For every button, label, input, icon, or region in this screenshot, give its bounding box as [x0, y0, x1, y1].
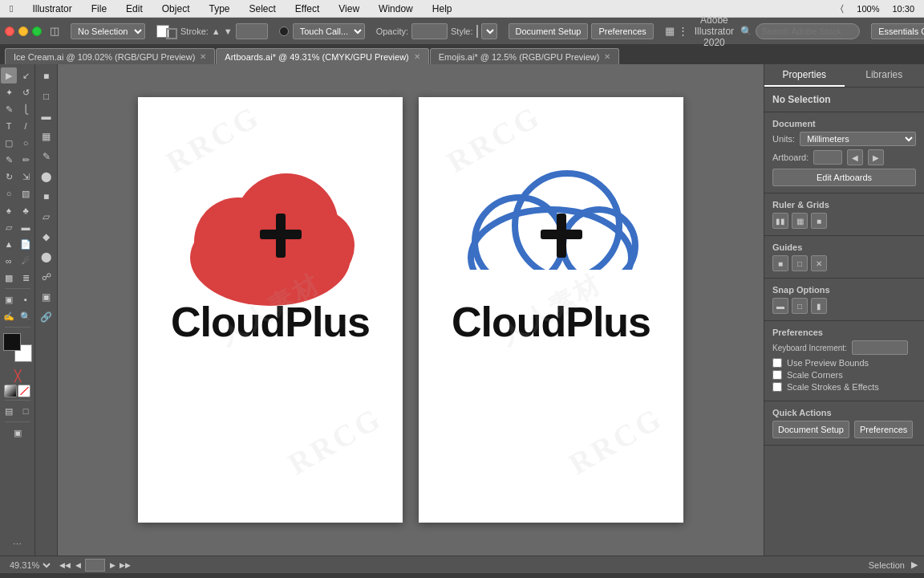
brushes-panel-icon[interactable]: ✎	[38, 148, 55, 165]
fullscreen-window-btn[interactable]	[32, 26, 42, 36]
none-swatch[interactable]: ╳	[10, 368, 26, 384]
line-tool[interactable]: /	[18, 118, 34, 134]
show-rulers-icon[interactable]: ▮▮	[772, 213, 788, 229]
shape-builder-tool[interactable]: ♠	[1, 202, 17, 218]
quick-preferences-btn[interactable]: Preferences	[854, 421, 913, 438]
first-artboard-btn[interactable]: ◀◀	[59, 560, 71, 571]
status-arrow-icon[interactable]: ▶	[911, 560, 918, 570]
swatches-panel-icon[interactable]: ▦	[38, 128, 55, 145]
cloud-outline-svg[interactable]	[455, 145, 647, 306]
pathfinder-icon[interactable]: ◆	[38, 228, 55, 246]
appearance-icon[interactable]: ⬤	[38, 248, 55, 266]
stroke-up-icon[interactable]: ▲	[212, 26, 221, 36]
menu-view[interactable]: View	[335, 3, 363, 14]
transform-panel-icon[interactable]: ▱	[38, 208, 55, 226]
direct-selection-tool[interactable]: ↙	[18, 67, 34, 83]
artboard-prev-icon[interactable]: ◀	[847, 149, 863, 165]
tab-ice-cream[interactable]: Ice Cream.ai @ 109.02% (RGB/GPU Preview)…	[5, 48, 215, 64]
tab-close-ice-cream[interactable]: ✕	[200, 52, 206, 61]
column-graph-tool[interactable]: ▩	[1, 270, 17, 286]
tab-emojis[interactable]: Emojis.ai* @ 12.5% (RGB/GPU Preview) ✕	[430, 48, 620, 64]
selection-mode-select[interactable]: No Selection	[71, 23, 145, 39]
perspective-grid-tool[interactable]: ▱	[1, 219, 17, 235]
tab-close-artboards[interactable]: ✕	[414, 52, 420, 61]
more-tools-btn[interactable]: ⋯	[10, 536, 26, 552]
mesh-tool[interactable]: ▬	[18, 219, 34, 235]
style-select[interactable]	[481, 23, 497, 39]
workspace-select[interactable]: Essentials Classic	[871, 23, 924, 39]
pen-tool[interactable]: ✎	[1, 101, 17, 117]
gradient-swatch[interactable]	[4, 385, 17, 397]
touch-callout-select[interactable]: Touch Call...	[293, 23, 365, 39]
artboard-number-status[interactable]: 1	[85, 559, 105, 572]
units-select[interactable]: Millimeters	[800, 132, 916, 146]
distribute-icon[interactable]: ⋮	[678, 22, 688, 40]
pencil-tool[interactable]: ✏	[18, 152, 34, 168]
menu-help[interactable]: Help	[429, 3, 456, 14]
selection-tool[interactable]: ▶	[1, 67, 17, 83]
scale-tool[interactable]: ⇲	[18, 169, 34, 185]
menu-type[interactable]: Type	[205, 3, 233, 14]
snap-to-glyph-icon[interactable]: ▮	[811, 298, 827, 314]
menu-edit[interactable]: Edit	[123, 3, 146, 14]
artboard-number-input[interactable]: 1	[813, 150, 842, 165]
magic-wand-tool[interactable]: ✦	[1, 84, 17, 100]
arrange-views-btn[interactable]: ◫	[50, 22, 59, 40]
menu-object[interactable]: Object	[159, 3, 193, 14]
blend-tool[interactable]: ∞	[1, 253, 17, 269]
eyedropper-tool[interactable]: 📄	[18, 236, 34, 252]
align-panel-icon[interactable]: ■	[38, 188, 55, 206]
curvature-tool[interactable]: ⎩	[18, 101, 34, 117]
stroke-swatch[interactable]	[166, 28, 177, 39]
text-tool[interactable]: T	[1, 118, 17, 134]
free-transform-tool[interactable]: ▧	[18, 185, 34, 201]
bar-graph-tool[interactable]: ≣	[18, 270, 34, 286]
menu-effect[interactable]: Effect	[292, 3, 322, 14]
scale-corners-checkbox[interactable]	[772, 370, 782, 380]
snap-to-grid-icon[interactable]: ▬	[772, 298, 788, 314]
stroke-value-input[interactable]	[236, 23, 268, 39]
slice-tool[interactable]: ▪	[18, 291, 34, 307]
release-guides-icon[interactable]: □	[792, 255, 808, 271]
close-window-btn[interactable]	[5, 26, 14, 36]
hand-tool[interactable]: ✍	[1, 308, 17, 324]
prev-artboard-btn[interactable]: ◀	[72, 560, 83, 571]
search-stock-input[interactable]	[756, 23, 860, 39]
foreground-swatch[interactable]	[3, 333, 21, 351]
layers-icon[interactable]: ☍	[38, 268, 55, 286]
artboard-next-icon[interactable]: ▶	[868, 149, 884, 165]
gradient-tool[interactable]: ▲	[1, 236, 17, 252]
keyboard-increment-input[interactable]: 0.3528 mr	[852, 340, 908, 355]
quick-document-setup-btn[interactable]: Document Setup	[772, 421, 849, 438]
lasso-tool[interactable]: ↺	[18, 84, 34, 100]
arrange-icon[interactable]: ▦	[665, 22, 675, 40]
clear-guides-icon[interactable]: ✕	[811, 255, 827, 271]
symbol-sprayer-tool[interactable]: ☄	[18, 253, 34, 269]
warp-tool[interactable]: ○	[1, 185, 17, 201]
scale-strokes-effects-checkbox[interactable]	[772, 382, 782, 392]
fill-stroke-icon[interactable]	[156, 23, 177, 39]
apple-menu[interactable]: 	[6, 3, 16, 14]
screen-mode-btn[interactable]: ▣	[10, 425, 26, 441]
tab-artboards[interactable]: Artboards.ai* @ 49.31% (CMYK/GPU Preview…	[216, 48, 428, 64]
artboards-icon[interactable]: ▣	[38, 288, 55, 306]
show-grid-icon[interactable]: ▦	[792, 213, 808, 229]
canvas-area[interactable]: RRCG RRCG 人人素材	[58, 64, 764, 556]
rotate-tool[interactable]: ↻	[1, 169, 17, 185]
libraries-tab[interactable]: Libraries	[845, 64, 925, 87]
menu-select[interactable]: Select	[245, 3, 278, 14]
snap-to-point-icon[interactable]: □	[792, 298, 808, 314]
none-box[interactable]	[18, 385, 30, 397]
draw-inside-btn[interactable]: □	[18, 403, 34, 419]
document-setup-button[interactable]: Document Setup	[509, 23, 589, 39]
stroke-panel-icon[interactable]: □	[38, 88, 55, 105]
artboard-tool[interactable]: ▣	[1, 291, 17, 307]
menu-window[interactable]: Window	[375, 3, 416, 14]
stroke-down-icon[interactable]: ▼	[224, 26, 233, 36]
live-paint-tool[interactable]: ♣	[18, 202, 34, 218]
rectangle-tool[interactable]: ▢	[1, 135, 17, 151]
zoom-tool[interactable]: 🔍	[18, 308, 34, 324]
make-guides-icon[interactable]: ■	[772, 255, 788, 271]
opacity-input[interactable]: 100%	[411, 23, 448, 39]
zoom-select[interactable]: 49.31%	[6, 558, 53, 572]
